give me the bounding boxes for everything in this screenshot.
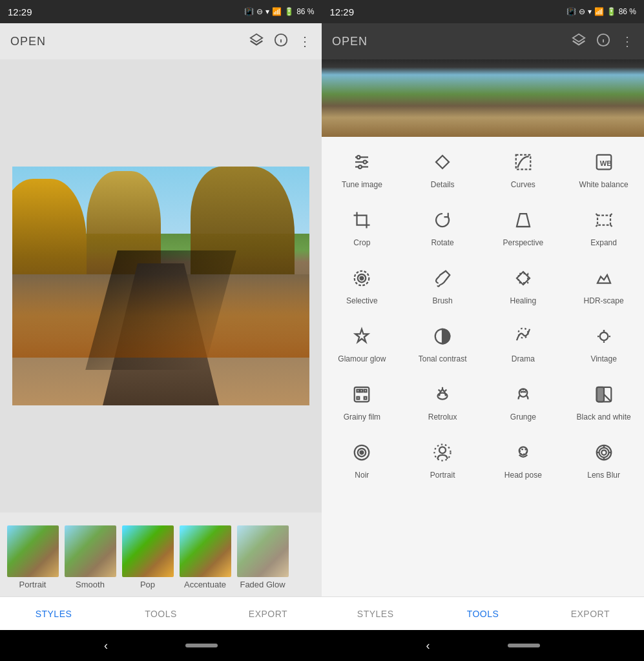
tool-curves[interactable]: Curves — [483, 142, 564, 200]
tool-portrait-label: Portrait — [430, 471, 455, 481]
details-icon — [433, 152, 452, 175]
tool-lensblur[interactable]: Lens Blur — [563, 432, 644, 491]
right-layers-icon[interactable] — [572, 33, 586, 50]
tool-grainy-label: Grainy film — [344, 412, 380, 423]
healing-icon — [514, 269, 533, 291]
tool-perspective[interactable]: Perspective — [483, 200, 564, 258]
left-status-icons: 📳 ⊖ ▾ 📶 🔋 86 % — [244, 7, 314, 16]
left-title: OPEN — [10, 35, 46, 48]
tool-rotate[interactable]: Rotate — [402, 200, 483, 258]
tool-white-balance[interactable]: WB White balance — [563, 142, 644, 200]
battery-pct: 86 % — [296, 7, 314, 16]
right-info-icon[interactable] — [596, 33, 610, 50]
wb-icon: WB — [594, 152, 614, 175]
layers-icon[interactable] — [249, 33, 264, 50]
tool-brush[interactable]: Brush — [402, 258, 483, 316]
right-more-icon[interactable]: ⋮ — [621, 34, 634, 49]
tools-grid: Tune image Details — [322, 137, 644, 596]
style-accentuate[interactable]: Accentuate — [178, 525, 233, 589]
svg-point-11 — [357, 156, 360, 159]
style-thumb-faded — [237, 525, 289, 577]
style-label-accentuate: Accentuate — [184, 580, 226, 589]
tool-grunge-label: Grunge — [510, 412, 536, 423]
right-tab-tools[interactable]: TOOLS — [429, 597, 536, 630]
right-back-button[interactable]: ‹ — [426, 639, 430, 653]
right-panel: OPEN ⋮ — [322, 23, 644, 661]
style-pop[interactable]: Pop — [120, 525, 175, 589]
brush-icon — [433, 269, 452, 291]
tool-glamour-label: Glamour glow — [338, 354, 386, 365]
style-smooth[interactable]: Smooth — [63, 525, 118, 589]
tune-icon — [352, 152, 371, 175]
tool-glamour[interactable]: Glamour glow — [322, 316, 402, 374]
battery-icon: 🔋 — [284, 7, 294, 16]
style-label-faded: Faded Glow — [240, 580, 285, 589]
right-home-button[interactable] — [508, 644, 540, 647]
svg-marker-0 — [251, 34, 262, 41]
tool-drama[interactable]: Drama — [483, 316, 564, 374]
more-icon[interactable]: ⋮ — [298, 34, 311, 49]
home-button[interactable] — [185, 644, 218, 647]
portrait-tool-icon — [433, 443, 452, 465]
tool-noir[interactable]: Noir — [322, 432, 402, 491]
panels: OPEN ⋮ — [0, 23, 644, 661]
style-thumb-accentuate — [180, 525, 231, 577]
svg-rect-29 — [360, 389, 363, 392]
tool-healing-label: Healing — [510, 296, 537, 307]
info-icon[interactable] — [274, 33, 288, 50]
right-status: 12:29 📳 ⊖ ▾ 📶 🔋 86 % — [322, 0, 645, 23]
grainy-icon — [352, 385, 371, 407]
expand-icon — [594, 210, 614, 233]
rotate-icon — [433, 210, 452, 233]
tool-bw[interactable]: Black and white — [563, 374, 644, 432]
tool-retrolux-label: Retrolux — [428, 412, 457, 423]
tool-details[interactable]: Details — [402, 142, 483, 200]
tool-vintage[interactable]: Vintage — [563, 316, 644, 374]
tool-perspective-label: Perspective — [503, 238, 544, 249]
tool-curves-label: Curves — [511, 180, 535, 190]
tool-tune-image[interactable]: Tune image — [322, 142, 402, 200]
style-faded[interactable]: Faded Glow — [235, 525, 290, 589]
style-thumb-smooth — [65, 525, 116, 577]
tool-expand[interactable]: Expand — [563, 200, 644, 258]
tool-tonal[interactable]: Tonal contrast — [402, 316, 483, 374]
back-button[interactable]: ‹ — [104, 639, 108, 653]
dnd-icon2: ⊖ — [579, 7, 585, 16]
svg-text:WB: WB — [599, 159, 612, 167]
tool-crop[interactable]: Crop — [322, 200, 402, 258]
svg-line-40 — [526, 389, 526, 391]
style-thumb-pop — [122, 525, 174, 577]
tool-grainy[interactable]: Grainy film — [322, 374, 402, 432]
svg-rect-28 — [357, 389, 360, 392]
battery-icon2: 🔋 — [607, 7, 616, 16]
left-tab-tools[interactable]: TOOLS — [107, 597, 214, 630]
svg-line-38 — [520, 389, 521, 391]
tool-healing[interactable]: Healing — [483, 258, 564, 316]
left-tab-export[interactable]: EXPORT — [214, 597, 322, 630]
left-tab-styles[interactable]: STYLES — [0, 597, 107, 630]
left-panel: OPEN ⋮ — [0, 23, 322, 661]
tool-selective[interactable]: Selective — [322, 258, 402, 316]
noir-icon — [352, 443, 371, 465]
tool-portrait[interactable]: Portrait — [402, 432, 483, 491]
right-image-area — [322, 59, 644, 137]
right-tab-export[interactable]: EXPORT — [537, 597, 644, 630]
tool-retrolux[interactable]: Retrolux — [402, 374, 483, 432]
right-tab-styles[interactable]: STYLES — [322, 597, 429, 630]
tool-headpose-label: Head pose — [504, 471, 542, 481]
tool-hdrscape-label: HDR-scape — [584, 296, 624, 307]
svg-point-24 — [518, 328, 528, 338]
tool-grunge[interactable]: Grunge — [483, 374, 564, 432]
left-header-icons: ⋮ — [249, 33, 311, 50]
vibrate-icon: 📳 — [244, 7, 254, 16]
tool-lensblur-label: Lens Blur — [587, 471, 620, 481]
tool-drama-label: Drama — [512, 354, 535, 365]
perspective-icon — [514, 210, 533, 233]
right-status-icons: 📳 ⊖ ▾ 📶 🔋 86 % — [566, 7, 636, 16]
svg-rect-42 — [596, 387, 603, 402]
style-portrait[interactable]: Portrait — [5, 525, 60, 589]
tool-headpose[interactable]: Head pose — [483, 432, 564, 491]
style-label-portrait: Portrait — [19, 580, 47, 589]
tool-hdrscape[interactable]: HDR-scape — [563, 258, 644, 316]
tool-row-2: Crop Rotate — [322, 200, 644, 258]
